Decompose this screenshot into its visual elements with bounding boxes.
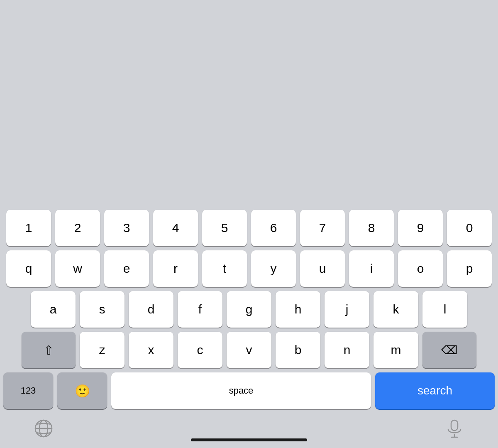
key-f[interactable]: f bbox=[178, 291, 222, 328]
numbers-switch-key[interactable]: 123 bbox=[3, 372, 53, 409]
key-x[interactable]: x bbox=[129, 332, 173, 368]
key-1[interactable]: 1 bbox=[6, 210, 51, 246]
space-key[interactable]: space bbox=[111, 372, 371, 409]
key-6[interactable]: 6 bbox=[251, 210, 296, 246]
key-s[interactable]: s bbox=[80, 291, 124, 328]
keyboard-footer bbox=[0, 411, 498, 448]
delete-icon: ⌫ bbox=[441, 343, 458, 357]
key-e[interactable]: e bbox=[104, 250, 149, 287]
svg-rect-3 bbox=[451, 420, 458, 431]
key-p[interactable]: p bbox=[447, 250, 492, 287]
key-b[interactable]: b bbox=[276, 332, 320, 368]
globe-icon bbox=[33, 418, 54, 439]
key-z[interactable]: z bbox=[80, 332, 124, 368]
home-indicator bbox=[191, 438, 307, 441]
key-a[interactable]: a bbox=[31, 291, 76, 328]
key-w[interactable]: w bbox=[55, 250, 100, 287]
mic-icon bbox=[444, 418, 465, 439]
globe-button[interactable] bbox=[33, 418, 54, 441]
key-q[interactable]: q bbox=[6, 250, 51, 287]
search-key[interactable]: search bbox=[375, 372, 495, 409]
emoji-key[interactable]: 🙂 bbox=[57, 372, 107, 409]
key-v[interactable]: v bbox=[227, 332, 271, 368]
shift-icon: ⇧ bbox=[44, 343, 54, 357]
key-k[interactable]: k bbox=[374, 291, 418, 328]
shift-key[interactable]: ⇧ bbox=[22, 332, 76, 368]
asdf-row: a s d f g h j k l bbox=[2, 291, 496, 328]
mic-button[interactable] bbox=[444, 418, 465, 441]
delete-key[interactable]: ⌫ bbox=[422, 332, 476, 368]
key-j[interactable]: j bbox=[325, 291, 369, 328]
key-5[interactable]: 5 bbox=[202, 210, 247, 246]
key-i[interactable]: i bbox=[349, 250, 394, 287]
bottom-row: 123 🙂 space search bbox=[2, 372, 496, 409]
key-c[interactable]: c bbox=[178, 332, 222, 368]
key-g[interactable]: g bbox=[227, 291, 271, 328]
search-label: search bbox=[417, 384, 452, 397]
key-n[interactable]: n bbox=[325, 332, 369, 368]
zxcv-row: ⇧ z x c v b n m ⌫ bbox=[2, 332, 496, 368]
keyboard: 1 2 3 4 5 6 7 8 9 0 q w e r t y u i o p … bbox=[0, 205, 498, 409]
key-8[interactable]: 8 bbox=[349, 210, 394, 246]
key-9[interactable]: 9 bbox=[398, 210, 443, 246]
key-2[interactable]: 2 bbox=[55, 210, 100, 246]
key-h[interactable]: h bbox=[276, 291, 320, 328]
key-d[interactable]: d bbox=[129, 291, 173, 328]
key-0[interactable]: 0 bbox=[447, 210, 492, 246]
key-r[interactable]: r bbox=[153, 250, 198, 287]
key-4[interactable]: 4 bbox=[153, 210, 198, 246]
key-m[interactable]: m bbox=[374, 332, 418, 368]
key-u[interactable]: u bbox=[300, 250, 345, 287]
numbers-row: 1 2 3 4 5 6 7 8 9 0 bbox=[2, 210, 496, 246]
key-o[interactable]: o bbox=[398, 250, 443, 287]
numbers-switch-label: 123 bbox=[21, 385, 36, 396]
key-7[interactable]: 7 bbox=[300, 210, 345, 246]
emoji-icon: 🙂 bbox=[75, 384, 90, 398]
key-y[interactable]: y bbox=[251, 250, 296, 287]
space-label: space bbox=[229, 385, 254, 396]
key-3[interactable]: 3 bbox=[104, 210, 149, 246]
key-l[interactable]: l bbox=[422, 291, 467, 328]
qwerty-row: q w e r t y u i o p bbox=[2, 250, 496, 287]
key-t[interactable]: t bbox=[202, 250, 247, 287]
